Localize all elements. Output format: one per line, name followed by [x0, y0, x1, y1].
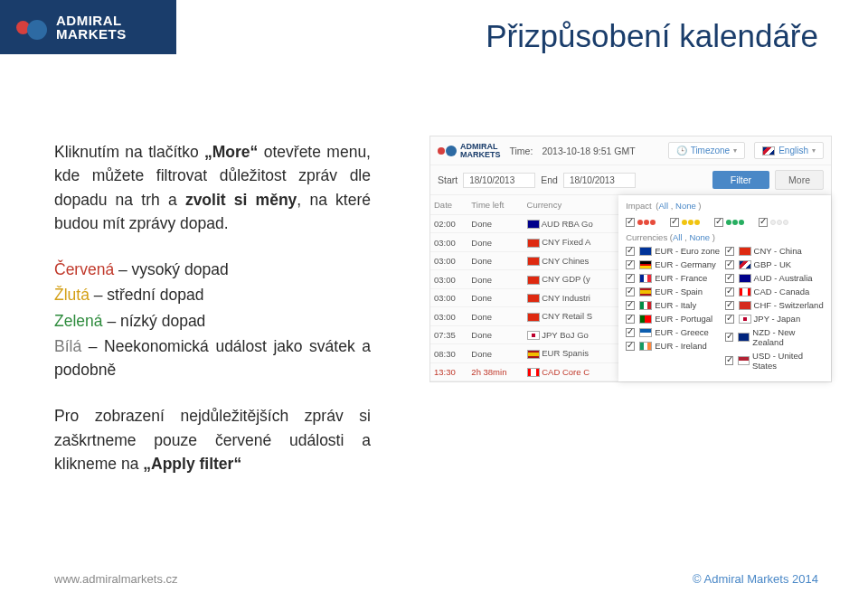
currencies-header: Currencies (All , None ) — [626, 232, 824, 242]
brand-text: ADMIRAL MARKETS — [56, 14, 127, 41]
calendar-date-row: Start 18/10/2013 End 18/10/2013 Filter M… — [430, 165, 831, 195]
calendar-event-table: Date Time left Currency 02:00Done AUD RB… — [430, 195, 618, 381]
table-row[interactable]: 03:00Done CNY Fixed A — [430, 233, 618, 251]
brand-line2: MARKETS — [56, 27, 127, 41]
mini-dot-red — [438, 147, 445, 155]
time-label: Time: — [510, 146, 533, 156]
intro-more-word: „More“ — [204, 143, 258, 161]
currency-item[interactable]: EUR - France — [626, 271, 724, 285]
brand-ribbon: ADMIRAL MARKETS — [0, 0, 176, 54]
logo-dot-blue — [27, 20, 47, 40]
impact-check-green[interactable] — [714, 216, 744, 227]
impact-white-rest: – Neekonomická událost jako svátek a pod… — [54, 337, 371, 379]
impact-white-word: Bílá — [54, 337, 81, 355]
currencies-col-right: CNY - ChinaGBP - UKAUD - AustraliaCAD - … — [725, 244, 824, 372]
currency-item[interactable]: CNY - China — [725, 244, 824, 258]
currency-item[interactable]: EUR - Italy — [626, 298, 724, 312]
currency-item[interactable]: EUR - Spain — [626, 285, 724, 298]
currency-item[interactable]: AUD - Australia — [725, 271, 824, 285]
impact-none-link[interactable]: None — [675, 201, 696, 211]
currency-item[interactable]: JPY - Japan — [725, 312, 824, 325]
calendar-logo: ADMIRALMARKETS — [438, 143, 501, 159]
calendar-body: Date Time left Currency 02:00Done AUD RB… — [430, 195, 831, 381]
calendar-logo-text: ADMIRALMARKETS — [460, 143, 501, 159]
flag-uk-icon — [762, 146, 775, 155]
page-title: Přizpůsobení kalendáře — [486, 18, 818, 54]
timezone-label: Timezone — [691, 146, 731, 155]
table-row[interactable]: 02:00Done AUD RBA Go — [430, 215, 618, 233]
impact-all-link[interactable]: All — [659, 201, 669, 211]
impact-check-white[interactable] — [759, 216, 788, 227]
th-date: Date — [430, 195, 467, 215]
intro-currency-word: zvolit si měny — [185, 191, 297, 209]
currencies-none-link[interactable]: None — [689, 232, 710, 242]
start-label: Start — [438, 174, 458, 185]
mini-dot-blue — [446, 146, 457, 156]
impact-white: Bílá – Neekonomická událost jako svátek … — [54, 334, 371, 382]
table-row[interactable]: 03:00Done CNY Retail S — [430, 307, 618, 325]
calendar-top-bar: ADMIRALMARKETS Time: 2013-10-18 9:51 GMT… — [430, 136, 831, 165]
footer-copyright: © Admiral Markets 2014 — [693, 572, 818, 586]
table-row[interactable]: 13:302h 38min CAD Core C — [430, 362, 618, 381]
impact-links: (All , None ) — [654, 201, 702, 211]
impact-green-word: Zelená — [54, 312, 103, 330]
impact-red-word: Červená — [54, 260, 114, 278]
currency-item[interactable]: NZD - New Zealand — [725, 325, 824, 349]
currency-item[interactable]: GBP - UK — [725, 258, 824, 271]
currency-item[interactable]: EUR - Ireland — [626, 339, 724, 353]
calendar-filter-popup: Impact (All , None ) Currencies (All , N… — [618, 195, 831, 381]
intro-text-a: Kliknutím na tlačítko — [54, 143, 204, 161]
currencies-columns: EUR - Euro zoneEUR - GermanyEUR - France… — [626, 244, 824, 372]
more-button[interactable]: More — [775, 170, 824, 190]
currencies-links: (All , None ) — [670, 232, 715, 242]
time-value: 2013-10-18 9:51 GMT — [542, 146, 635, 156]
footer-url: www.admiralmarkets.cz — [54, 572, 178, 586]
end-date-input[interactable]: 18/10/2013 — [563, 173, 636, 188]
currency-item[interactable]: CHF - Switzerland — [725, 298, 824, 312]
content-column: Kliknutím na tlačítko „More“ otevřete me… — [54, 140, 371, 475]
intro-paragraph: Kliknutím na tlačítko „More“ otevřete me… — [54, 140, 371, 235]
impact-check-yellow[interactable] — [670, 216, 700, 227]
th-timeleft: Time left — [467, 195, 523, 215]
currency-item[interactable]: EUR - Portugal — [626, 312, 724, 325]
currencies-label: Currencies — [626, 232, 667, 242]
impact-yellow-word: Žlutá — [54, 286, 90, 304]
th-currency: Currency — [524, 195, 619, 215]
table-row[interactable]: 03:00Done CNY Industri — [430, 288, 618, 306]
action-paragraph: Pro zobrazení nejdůležitějších zpráv si … — [54, 404, 371, 475]
currencies-all-link[interactable]: All — [673, 232, 683, 242]
calendar-panel: ADMIRALMARKETS Time: 2013-10-18 9:51 GMT… — [429, 136, 832, 382]
impact-checkbox-row — [626, 216, 824, 227]
impact-check-red[interactable] — [626, 216, 656, 227]
impact-green-rest: – nízký dopad — [103, 312, 206, 330]
timezone-button[interactable]: Timezone ▾ — [668, 142, 746, 159]
impact-filter-header: Impact (All , None ) — [626, 201, 824, 214]
end-label: End — [541, 174, 558, 185]
impact-label: Impact — [626, 201, 652, 211]
brand-line1: ADMIRAL — [56, 14, 127, 27]
language-label: English — [778, 146, 808, 155]
table-row[interactable]: 08:30Done EUR Spanis — [430, 344, 618, 362]
impact-red-rest: – vysoký dopad — [114, 260, 228, 278]
table-row[interactable]: 03:00Done CNY GDP (y — [430, 270, 618, 288]
table-row[interactable]: 03:00Done CNY Chines — [430, 251, 618, 269]
filter-button[interactable]: Filter — [712, 171, 769, 189]
chevron-down-icon: ▾ — [812, 146, 816, 155]
currency-item[interactable]: EUR - Greece — [626, 325, 724, 339]
currency-item[interactable]: EUR - Euro zone — [626, 244, 724, 258]
impact-yellow: Žlutá – střední dopad — [54, 283, 371, 306]
start-date-input[interactable]: 18/10/2013 — [463, 173, 535, 188]
impact-green: Zelená – nízký dopad — [54, 309, 371, 333]
action-apply-word: „Apply filter“ — [143, 455, 241, 473]
language-button[interactable]: English ▾ — [754, 142, 824, 159]
currency-item[interactable]: EUR - Germany — [626, 258, 724, 271]
currency-item[interactable]: CAD - Canada — [725, 285, 824, 298]
impact-list: Červená – vysoký dopad Žlutá – střední d… — [54, 258, 371, 381]
impact-yellow-rest: – střední dopad — [90, 286, 203, 304]
chevron-down-icon: ▾ — [733, 146, 737, 155]
impact-red: Červená – vysoký dopad — [54, 258, 371, 281]
currencies-col-left: EUR - Euro zoneEUR - GermanyEUR - France… — [626, 244, 724, 372]
currency-item[interactable]: USD - United States — [725, 349, 824, 372]
table-row[interactable]: 07:35Done JPY BoJ Go — [430, 325, 618, 343]
